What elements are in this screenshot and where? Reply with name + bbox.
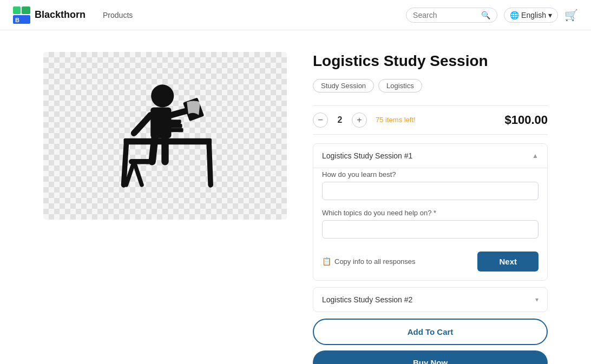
svg-rect-1: [22, 6, 30, 14]
nav-products[interactable]: Products: [98, 9, 137, 22]
copy-info-label: Copy info to all responses: [334, 257, 416, 266]
language-selector[interactable]: 🌐 English ▾: [504, 8, 558, 23]
session-2-card: Logistics Study Session #2 ▾: [313, 287, 548, 312]
product-title: Logistics Study Session: [313, 52, 548, 70]
main-nav: Products: [98, 10, 137, 20]
language-label: English: [521, 11, 546, 19]
session-1-header[interactable]: Logistics Study Session #1 ▲: [313, 144, 547, 168]
items-left-badge: 75 items left!: [376, 116, 416, 124]
product-details: Logistics Study Session Study Session Lo…: [313, 52, 548, 364]
cart-icon[interactable]: 🛒: [564, 9, 578, 22]
topics-help-input[interactable]: [322, 220, 539, 239]
quantity-row: − 2 + 75 items left! $100.00: [313, 105, 548, 135]
tags-row: Study Session Logistics: [313, 79, 548, 92]
product-image-area: [43, 52, 287, 364]
svg-line-6: [134, 115, 151, 133]
copy-icon: 📋: [322, 257, 331, 266]
session-1-footer: 📋 Copy info to all responses Next: [322, 247, 539, 272]
next-button[interactable]: Next: [477, 252, 539, 272]
svg-point-4: [151, 84, 174, 107]
logo-text: Blackthorn: [35, 9, 86, 21]
topics-help-group: Which topics do you need help on? *: [322, 209, 539, 239]
product-price: $100.00: [504, 113, 548, 127]
quantity-value: 2: [334, 115, 345, 125]
quantity-increase-button[interactable]: +: [352, 112, 367, 128]
main-content: Logistics Study Session Study Session Lo…: [0, 30, 591, 364]
site-header: B Blackthorn Products 🔍 🌐 English ▾ 🛒: [0, 0, 591, 30]
copy-info-button[interactable]: 📋 Copy info to all responses: [322, 257, 416, 266]
session-1-title: Logistics Study Session #1: [322, 151, 412, 160]
learn-best-group: How do you learn best?: [322, 170, 539, 200]
learn-best-input[interactable]: [322, 182, 539, 200]
quantity-decrease-button[interactable]: −: [313, 112, 328, 128]
svg-rect-0: [13, 6, 21, 14]
session-1-chevron-icon: ▲: [532, 152, 539, 160]
learn-best-label: How do you learn best?: [322, 170, 539, 178]
session-2-title: Logistics Study Session #2: [322, 295, 412, 304]
topics-help-label: Which topics do you need help on? *: [322, 209, 539, 217]
session-2-header[interactable]: Logistics Study Session #2 ▾: [313, 288, 547, 312]
session-2-chevron-icon: ▾: [535, 296, 539, 303]
globe-icon: 🌐: [510, 11, 519, 19]
svg-text:B: B: [15, 17, 19, 23]
tag-logistics[interactable]: Logistics: [378, 79, 422, 92]
search-icon: 🔍: [481, 11, 490, 19]
product-illustration: [111, 76, 219, 195]
svg-line-19: [209, 144, 211, 185]
product-image: [43, 52, 287, 220]
svg-line-18: [123, 144, 126, 185]
tag-study-session[interactable]: Study Session: [313, 79, 374, 92]
svg-rect-11: [159, 124, 182, 128]
svg-line-17: [134, 162, 142, 185]
add-to-cart-button[interactable]: Add To Cart: [313, 319, 548, 345]
buy-now-button[interactable]: Buy Now: [313, 350, 548, 364]
search-bar[interactable]: 🔍: [406, 8, 497, 23]
blackthorn-logo-icon: B: [13, 6, 30, 24]
session-1-body: How do you learn best? Which topics do y…: [313, 168, 547, 280]
session-1-card: Logistics Study Session #1 ▲ How do you …: [313, 143, 548, 281]
logo-area[interactable]: B Blackthorn: [13, 6, 86, 24]
header-right: 🔍 🌐 English ▾ 🛒: [406, 8, 578, 23]
chevron-down-icon: ▾: [548, 11, 552, 19]
svg-rect-10: [157, 128, 183, 133]
svg-line-13: [152, 138, 155, 162]
svg-rect-12: [159, 120, 181, 124]
search-input[interactable]: [413, 11, 478, 19]
